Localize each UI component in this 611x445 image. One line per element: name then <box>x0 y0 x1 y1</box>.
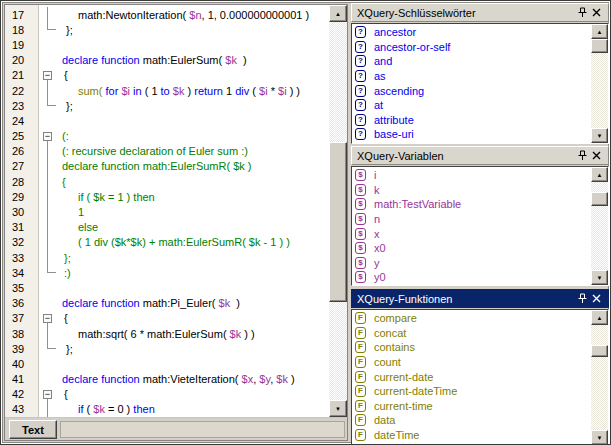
line-number: 29 <box>5 191 39 203</box>
panel-scrollbar[interactable]: ▲ ▼ <box>591 310 608 445</box>
fold-margin <box>39 83 62 98</box>
scroll-up-button[interactable]: ▲ <box>591 24 608 39</box>
tab-text-view[interactable]: Text <box>9 420 57 439</box>
list-item[interactable]: ?base-uri <box>352 127 591 142</box>
pin-icon[interactable] <box>575 6 589 19</box>
scrollbar-thumb[interactable] <box>329 142 347 302</box>
code-line[interactable]: 31else <box>5 220 329 235</box>
code-line[interactable]: 27declare function math:EulerSumR( $k ) <box>5 159 329 174</box>
code-line[interactable]: 37−{ <box>5 311 329 326</box>
code-line[interactable]: 29if ( $k = 1 ) then <box>5 189 329 204</box>
code-line[interactable]: 41declare function math:VieteIteration( … <box>5 372 329 387</box>
list-item[interactable]: $y0 <box>352 270 591 285</box>
list-item[interactable]: $k <box>352 183 591 198</box>
list-item[interactable]: ?and <box>352 54 591 69</box>
code-line[interactable]: 35 <box>5 280 329 295</box>
list-item[interactable]: ?ancestor <box>352 25 591 40</box>
code-line[interactable]: 17math:NewtonIteration( $n, 1, 0.0000000… <box>5 7 329 22</box>
list-item[interactable]: Fcompare <box>352 311 591 326</box>
list-item[interactable]: ?boundary-space <box>352 142 591 144</box>
panel-scrollbar[interactable]: ▲ ▼ <box>591 167 608 285</box>
list-item[interactable]: Fcount <box>352 355 591 370</box>
editor-vertical-scrollbar[interactable]: ▲ ▼ <box>329 5 347 417</box>
scroll-up-button[interactable]: ▲ <box>329 5 347 22</box>
fold-margin[interactable]: − <box>39 311 62 326</box>
scrollbar-thumb[interactable] <box>591 39 608 53</box>
code-line[interactable]: 21−{ <box>5 68 329 83</box>
close-icon[interactable] <box>589 6 603 19</box>
pin-icon[interactable] <box>575 292 589 305</box>
editor-viewport[interactable]: 17math:NewtonIteration( $n, 1, 0.0000000… <box>5 5 329 417</box>
fold-collapse-icon[interactable]: − <box>43 390 52 399</box>
scrollbar-thumb[interactable] <box>591 345 608 357</box>
list-item[interactable]: ?as <box>352 69 591 84</box>
list-item[interactable]: Fcurrent-dateTime <box>352 384 591 399</box>
list-item[interactable]: ?ancestor-or-self <box>352 40 591 55</box>
scroll-up-button[interactable]: ▲ <box>591 310 608 325</box>
function-list[interactable]: FcompareFconcatFcontainsFcountFcurrent-d… <box>351 309 609 445</box>
code-line[interactable]: 42−{ <box>5 387 329 402</box>
list-item[interactable]: $y <box>352 256 591 271</box>
code-line[interactable]: 28{ <box>5 174 329 189</box>
line-number: 40 <box>5 358 39 370</box>
list-item[interactable]: FdateTime <box>352 428 591 443</box>
line-number: 35 <box>5 282 39 294</box>
code-line[interactable]: 36declare function math:Pi_Euler( $k ) <box>5 296 329 311</box>
fold-collapse-icon[interactable]: − <box>43 71 52 80</box>
code-line[interactable]: 24 <box>5 113 329 128</box>
fold-margin[interactable]: − <box>39 387 62 402</box>
keyword-list[interactable]: ?ancestor?ancestor-or-self?and?as?ascend… <box>351 23 609 144</box>
code-line[interactable]: 34:) <box>5 265 329 280</box>
scroll-up-button[interactable]: ▲ <box>591 167 608 182</box>
code-line[interactable]: 33}; <box>5 250 329 265</box>
code-line[interactable]: 32( 1 div ($k*$k) + math:EulerSumR( $k -… <box>5 235 329 250</box>
list-item[interactable]: ?at <box>352 98 591 113</box>
code-editor[interactable]: 17math:NewtonIteration( $n, 1, 0.0000000… <box>4 4 348 441</box>
code-line[interactable]: 40 <box>5 356 329 371</box>
scroll-down-button[interactable]: ▼ <box>329 400 347 417</box>
keyword-icon: ? <box>355 26 366 38</box>
list-item[interactable]: $n <box>352 212 591 227</box>
code-line[interactable]: 25−(: <box>5 129 329 144</box>
list-item[interactable]: Fdata <box>352 413 591 428</box>
code-line[interactable]: 43if ( $k = 0 ) then <box>5 402 329 417</box>
pin-icon[interactable] <box>575 149 589 162</box>
function-icon: F <box>355 327 366 339</box>
code-line[interactable]: 18}; <box>5 22 329 37</box>
scroll-down-button[interactable]: ▼ <box>591 270 608 285</box>
list-item[interactable]: $x0 <box>352 241 591 256</box>
close-icon[interactable] <box>589 292 603 305</box>
list-item[interactable]: $i <box>352 168 591 183</box>
variable-list[interactable]: $i$k$math:TestVariable$n$x$x0$y$y0 ▲ ▼ <box>351 166 609 286</box>
list-item[interactable]: $math:TestVariable <box>352 197 591 212</box>
scroll-down-button[interactable]: ▼ <box>591 430 608 445</box>
code-line[interactable]: 23}; <box>5 98 329 113</box>
code-line[interactable]: 301 <box>5 204 329 219</box>
list-item[interactable]: ?ascending <box>352 83 591 98</box>
list-item[interactable]: ?attribute <box>352 113 591 128</box>
scrollbar-thumb[interactable] <box>591 192 608 206</box>
fold-margin <box>39 22 62 37</box>
list-item[interactable]: Fconcat <box>352 326 591 341</box>
fold-collapse-icon[interactable]: − <box>43 314 52 323</box>
code-line[interactable]: 38math:sqrt( 6 * math:EulerSum( $k ) ) <box>5 326 329 341</box>
fold-collapse-icon[interactable]: − <box>43 132 52 141</box>
code-line[interactable]: 20declare function math:EulerSum( $k ) <box>5 53 329 68</box>
list-item[interactable]: $x <box>352 226 591 241</box>
code-line[interactable]: 22sum( for $i in ( 1 to $k ) return 1 di… <box>5 83 329 98</box>
close-icon[interactable] <box>589 149 603 162</box>
code-line[interactable]: 19 <box>5 37 329 52</box>
fold-margin[interactable]: − <box>39 129 62 144</box>
editor-horizontal-scrollbar[interactable] <box>60 421 345 438</box>
function-icon: F <box>355 400 366 412</box>
list-item[interactable]: Fcurrent-time <box>352 399 591 414</box>
code-text: 1 <box>62 206 329 218</box>
code-line[interactable]: 26(: recursive declaration of Euler sum … <box>5 144 329 159</box>
fold-margin[interactable]: − <box>39 68 62 83</box>
code-line[interactable]: 39}; <box>5 341 329 356</box>
panel-scrollbar[interactable]: ▲ ▼ <box>591 24 608 143</box>
scroll-down-button[interactable]: ▼ <box>591 128 608 143</box>
fold-margin <box>39 296 62 311</box>
list-item[interactable]: Fcontains <box>352 340 591 355</box>
list-item[interactable]: Fcurrent-date <box>352 369 591 384</box>
